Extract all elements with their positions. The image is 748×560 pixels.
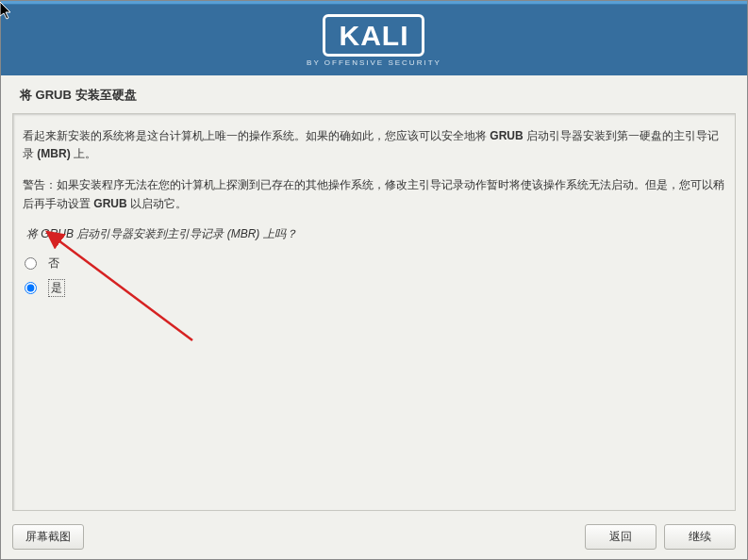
install-paragraph-1: 看起来新安装的系统将是这台计算机上唯一的操作系统。如果的确如此，您应该可以安全地… — [23, 127, 725, 163]
logo-text: KALI — [339, 22, 408, 50]
radio-option-yes[interactable]: 是 — [23, 275, 725, 301]
radio-option-no[interactable]: 否 — [23, 252, 725, 275]
installer-header: KALI BY OFFENSIVE SECURITY — [1, 5, 747, 75]
continue-button[interactable]: 继续 — [664, 524, 736, 550]
kali-logo: KALI BY OFFENSIVE SECURITY — [307, 14, 441, 67]
screenshot-button[interactable]: 屏幕截图 — [12, 524, 84, 550]
radio-yes-input[interactable] — [25, 282, 37, 294]
footer-bar: 屏幕截图 返回 继续 — [1, 517, 747, 559]
radio-no-label: 否 — [48, 255, 59, 272]
logo-subtitle: BY OFFENSIVE SECURITY — [307, 58, 441, 67]
install-paragraph-2: 警告：如果安装程序无法在您的计算机上探测到已存在的其他操作系统，修改主引导记录动… — [23, 176, 725, 212]
content-area: 看起来新安装的系统将是这台计算机上唯一的操作系统。如果的确如此，您应该可以安全地… — [12, 113, 736, 511]
page-title: 将 GRUB 安装至硬盘 — [1, 75, 747, 113]
install-question: 将 GRUB 启动引导器安装到主引导记录 (MBR) 上吗？ — [23, 226, 725, 242]
radio-yes-label: 是 — [48, 279, 65, 297]
back-button[interactable]: 返回 — [585, 524, 657, 550]
radio-no-input[interactable] — [25, 257, 37, 270]
